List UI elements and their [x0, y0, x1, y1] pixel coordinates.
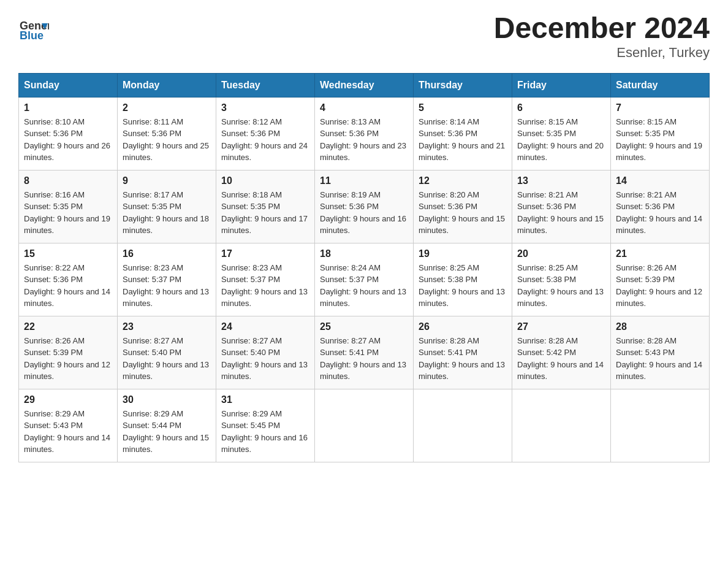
sunset-label: Sunset: 5:35 PM [24, 202, 83, 211]
day-info: Sunrise: 8:19 AM Sunset: 5:36 PM Dayligh… [320, 189, 408, 237]
daylight-label: Daylight: 9 hours and 13 minutes. [419, 360, 505, 381]
daylight-label: Daylight: 9 hours and 13 minutes. [123, 287, 209, 308]
sunset-label: Sunset: 5:35 PM [616, 129, 675, 138]
sunrise-label: Sunrise: 8:29 AM [123, 409, 183, 418]
sunset-label: Sunset: 5:41 PM [419, 348, 477, 357]
sunset-label: Sunset: 5:39 PM [24, 348, 83, 357]
sunset-label: Sunset: 5:36 PM [517, 202, 576, 211]
day-info: Sunrise: 8:27 AM Sunset: 5:40 PM Dayligh… [221, 335, 309, 383]
daylight-label: Daylight: 9 hours and 13 minutes. [221, 360, 308, 381]
logo: General Blue [18, 12, 49, 43]
day-info: Sunrise: 8:17 AM Sunset: 5:35 PM Dayligh… [123, 189, 211, 237]
daylight-label: Daylight: 9 hours and 17 minutes. [221, 214, 308, 236]
daylight-label: Daylight: 9 hours and 13 minutes. [320, 287, 406, 308]
sunrise-label: Sunrise: 8:23 AM [123, 263, 183, 272]
day-number: 6 [517, 102, 605, 113]
table-row [315, 389, 414, 462]
day-info: Sunrise: 8:23 AM Sunset: 5:37 PM Dayligh… [221, 262, 309, 310]
day-info: Sunrise: 8:26 AM Sunset: 5:39 PM Dayligh… [616, 262, 704, 310]
daylight-label: Daylight: 9 hours and 12 minutes. [616, 287, 702, 308]
day-info: Sunrise: 8:25 AM Sunset: 5:38 PM Dayligh… [419, 262, 507, 310]
sunrise-label: Sunrise: 8:20 AM [419, 190, 479, 199]
day-number: 10 [221, 175, 309, 186]
header-tuesday: Tuesday [216, 73, 315, 97]
sunrise-label: Sunrise: 8:26 AM [24, 336, 85, 345]
daylight-label: Daylight: 9 hours and 16 minutes. [221, 433, 308, 454]
table-row: 27 Sunrise: 8:28 AM Sunset: 5:42 PM Dayl… [512, 316, 611, 389]
header-thursday: Thursday [414, 73, 512, 97]
day-number: 12 [419, 175, 507, 186]
day-number: 22 [24, 321, 112, 332]
header-saturday: Saturday [611, 73, 710, 97]
sunset-label: Sunset: 5:43 PM [24, 421, 83, 430]
daylight-label: Daylight: 9 hours and 23 minutes. [320, 141, 406, 163]
sunrise-label: Sunrise: 8:13 AM [320, 117, 381, 126]
day-info: Sunrise: 8:14 AM Sunset: 5:36 PM Dayligh… [419, 116, 507, 164]
day-info: Sunrise: 8:26 AM Sunset: 5:39 PM Dayligh… [24, 335, 112, 383]
sunset-label: Sunset: 5:36 PM [320, 202, 379, 211]
daylight-label: Daylight: 9 hours and 26 minutes. [24, 141, 110, 163]
table-row: 15 Sunrise: 8:22 AM Sunset: 5:36 PM Dayl… [19, 243, 118, 316]
sunset-label: Sunset: 5:36 PM [616, 202, 675, 211]
sunrise-label: Sunrise: 8:21 AM [517, 190, 578, 199]
day-number: 16 [123, 248, 211, 259]
sunset-label: Sunset: 5:36 PM [24, 275, 83, 284]
table-row: 3 Sunrise: 8:12 AM Sunset: 5:36 PM Dayli… [216, 97, 315, 170]
sunset-label: Sunset: 5:36 PM [320, 129, 379, 138]
table-row: 28 Sunrise: 8:28 AM Sunset: 5:43 PM Dayl… [611, 316, 710, 389]
day-info: Sunrise: 8:11 AM Sunset: 5:36 PM Dayligh… [123, 116, 211, 164]
header-friday: Friday [512, 73, 611, 97]
sunset-label: Sunset: 5:36 PM [419, 202, 477, 211]
daylight-label: Daylight: 9 hours and 19 minutes. [24, 214, 110, 236]
table-row: 31 Sunrise: 8:29 AM Sunset: 5:45 PM Dayl… [216, 389, 315, 462]
sunrise-label: Sunrise: 8:17 AM [123, 190, 183, 199]
table-row: 22 Sunrise: 8:26 AM Sunset: 5:39 PM Dayl… [19, 316, 118, 389]
day-number: 26 [419, 321, 507, 332]
table-row: 29 Sunrise: 8:29 AM Sunset: 5:43 PM Dayl… [19, 389, 118, 462]
day-info: Sunrise: 8:15 AM Sunset: 5:35 PM Dayligh… [616, 116, 704, 164]
day-number: 1 [24, 102, 112, 113]
calendar-week-row: 8 Sunrise: 8:16 AM Sunset: 5:35 PM Dayli… [19, 170, 710, 243]
daylight-label: Daylight: 9 hours and 15 minutes. [123, 433, 209, 454]
table-row: 5 Sunrise: 8:14 AM Sunset: 5:36 PM Dayli… [414, 97, 512, 170]
sunset-label: Sunset: 5:35 PM [221, 202, 280, 211]
table-row: 10 Sunrise: 8:18 AM Sunset: 5:35 PM Dayl… [216, 170, 315, 243]
sunrise-label: Sunrise: 8:27 AM [221, 336, 282, 345]
day-info: Sunrise: 8:29 AM Sunset: 5:44 PM Dayligh… [123, 408, 211, 456]
sunrise-label: Sunrise: 8:27 AM [123, 336, 183, 345]
daylight-label: Daylight: 9 hours and 19 minutes. [616, 141, 702, 163]
sunrise-label: Sunrise: 8:16 AM [24, 190, 85, 199]
day-info: Sunrise: 8:29 AM Sunset: 5:45 PM Dayligh… [221, 408, 309, 456]
sunset-label: Sunset: 5:35 PM [123, 202, 181, 211]
day-number: 25 [320, 321, 408, 332]
sunrise-label: Sunrise: 8:15 AM [517, 117, 578, 126]
sunset-label: Sunset: 5:37 PM [221, 275, 280, 284]
day-info: Sunrise: 8:18 AM Sunset: 5:35 PM Dayligh… [221, 189, 309, 237]
day-number: 5 [419, 102, 507, 113]
day-number: 29 [24, 394, 112, 405]
sunrise-label: Sunrise: 8:24 AM [320, 263, 381, 272]
calendar-week-row: 29 Sunrise: 8:29 AM Sunset: 5:43 PM Dayl… [19, 389, 710, 462]
sunset-label: Sunset: 5:36 PM [221, 129, 280, 138]
sunset-label: Sunset: 5:45 PM [221, 421, 280, 430]
day-info: Sunrise: 8:16 AM Sunset: 5:35 PM Dayligh… [24, 189, 112, 237]
sunset-label: Sunset: 5:38 PM [419, 275, 477, 284]
day-info: Sunrise: 8:27 AM Sunset: 5:41 PM Dayligh… [320, 335, 408, 383]
table-row: 25 Sunrise: 8:27 AM Sunset: 5:41 PM Dayl… [315, 316, 414, 389]
daylight-label: Daylight: 9 hours and 13 minutes. [123, 360, 209, 381]
sunset-label: Sunset: 5:43 PM [616, 348, 675, 357]
day-number: 14 [616, 175, 704, 186]
sunrise-label: Sunrise: 8:11 AM [123, 117, 183, 126]
day-number: 31 [221, 394, 309, 405]
calendar-week-row: 1 Sunrise: 8:10 AM Sunset: 5:36 PM Dayli… [19, 97, 710, 170]
day-number: 30 [123, 394, 211, 405]
table-row: 16 Sunrise: 8:23 AM Sunset: 5:37 PM Dayl… [118, 243, 216, 316]
table-row: 9 Sunrise: 8:17 AM Sunset: 5:35 PM Dayli… [118, 170, 216, 243]
sunrise-label: Sunrise: 8:15 AM [616, 117, 677, 126]
day-number: 4 [320, 102, 408, 113]
day-number: 9 [123, 175, 211, 186]
sunrise-label: Sunrise: 8:23 AM [221, 263, 282, 272]
sunset-label: Sunset: 5:42 PM [517, 348, 576, 357]
table-row: 13 Sunrise: 8:21 AM Sunset: 5:36 PM Dayl… [512, 170, 611, 243]
day-info: Sunrise: 8:21 AM Sunset: 5:36 PM Dayligh… [616, 189, 704, 237]
